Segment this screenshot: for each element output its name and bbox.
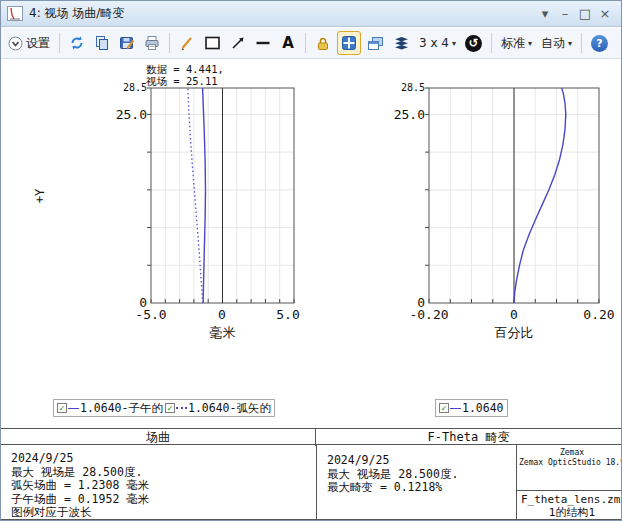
- table-body-row: 2024/9/25 最大 视场是 28.500度. 弧矢场曲 = 1.2308 …: [1, 445, 621, 520]
- draw-rectangle-button[interactable]: [201, 31, 224, 55]
- help-button[interactable]: ?: [588, 31, 611, 55]
- print-icon: [144, 35, 160, 51]
- chevron-down-icon: ▾: [452, 39, 456, 48]
- draw-text-button[interactable]: A: [277, 31, 299, 55]
- auto-dropdown[interactable]: 自动 ▾: [538, 31, 575, 55]
- tile-grid-icon: [341, 35, 357, 51]
- arrow-icon: [230, 35, 246, 51]
- cursor-readout: 数据 = 4.441, 视场 = 25.11: [146, 64, 224, 87]
- checkbox-wavelength[interactable]: ✓: [439, 403, 449, 413]
- brand-version: Zemax OpticStudio 18.9: [517, 458, 622, 468]
- results-table: 场曲 F-Theta 畸变 2024/9/25 最大 视场是 28.500度. …: [1, 428, 621, 520]
- legend-note-line: 图例对应于波长: [11, 506, 316, 520]
- readout-data: 数据 = 4.441,: [146, 64, 224, 76]
- chevron-down-circle-icon: [8, 36, 23, 51]
- standard-dropdown[interactable]: 标准 ▾: [498, 31, 535, 55]
- refresh-button[interactable]: [66, 31, 88, 55]
- header-field-curvature: 场曲: [1, 429, 316, 446]
- close-button[interactable]: ×: [595, 2, 615, 26]
- legend-item-wavelength: ✓ 1.0640: [439, 401, 504, 415]
- readout-field: 视场 = 25.11: [146, 76, 224, 88]
- date-line: 2024/9/25: [11, 452, 316, 466]
- branding-box: Zemax Zemax OpticStudio 18.9: [517, 445, 622, 491]
- sagittal-value-line: 弧矢场曲 = 1.2308 毫米: [11, 479, 316, 493]
- auto-label: 自动: [541, 35, 565, 52]
- window-title: 4: 视场 场曲/畸变: [29, 5, 535, 22]
- layers-button[interactable]: [390, 31, 413, 55]
- reset-button[interactable]: ↺: [462, 31, 485, 55]
- chevron-down-icon: ▾: [568, 39, 572, 48]
- chevron-down-icon: ▾: [528, 39, 532, 48]
- legend-item-tangential: ✓ 1.0640-子午的: [57, 401, 163, 416]
- print-button[interactable]: [141, 31, 163, 55]
- line-sample-dotted-icon: [176, 407, 187, 409]
- title-bar[interactable]: 4: 视场 场曲/畸变 ▾ – □ ×: [1, 1, 621, 27]
- left-xtick-0: 0: [196, 307, 248, 322]
- help-icon: ?: [591, 35, 608, 52]
- toolbar-separator: [581, 33, 582, 53]
- lens-file-name: F_theta_lens.zmx: [517, 493, 622, 506]
- toolbar-separator: [169, 33, 170, 53]
- maximize-button[interactable]: □: [575, 2, 595, 26]
- left-ytick-25: 25.0: [104, 107, 147, 122]
- chart-plot-1: [421, 80, 607, 311]
- right-ytick-25: 25.0: [382, 107, 425, 122]
- copy-icon: [94, 35, 110, 51]
- minimize-button[interactable]: –: [555, 2, 575, 26]
- max-field-line: 最大 视场是 28.500度.: [327, 468, 516, 482]
- toolbar-separator: [59, 33, 60, 53]
- right-ytick-max: 28.5: [391, 82, 425, 93]
- chart-plot-0: [143, 80, 302, 311]
- configuration-label: 1的结构1: [517, 506, 622, 519]
- window-icon: [7, 6, 23, 21]
- toolbar: 设置: [1, 28, 621, 59]
- reset-icon: ↺: [465, 35, 482, 52]
- rectangle-icon: [204, 35, 221, 51]
- legend-distortion: ✓ 1.0640: [435, 399, 508, 417]
- line-icon: [255, 35, 271, 51]
- layout-dropdown[interactable]: 3 x 4 ▾: [416, 31, 459, 55]
- line-sample-solid-icon: [68, 408, 79, 409]
- save-button[interactable]: [116, 31, 138, 55]
- legend-item-sagittal: ✓ 1.0640-弧矢的: [165, 401, 271, 416]
- cascade-windows-icon: [367, 36, 384, 51]
- right-xaxis-title: 百分比: [429, 324, 599, 342]
- left-yaxis-title: +Y: [33, 189, 47, 203]
- checkbox-sagittal[interactable]: ✓: [165, 403, 175, 413]
- tangential-value-line: 子午场曲 = 0.1952 毫米: [11, 493, 316, 507]
- save-icon: [119, 35, 135, 51]
- cascade-windows-button[interactable]: [364, 31, 387, 55]
- left-xtick-max: 5.0: [262, 307, 314, 322]
- pencil-icon: [179, 35, 195, 51]
- branding-column: Zemax Zemax OpticStudio 18.9 F_theta_len…: [516, 445, 622, 520]
- draw-pencil-button[interactable]: [176, 31, 198, 55]
- right-xtick-0: 0: [488, 307, 540, 322]
- layers-icon: [393, 35, 410, 51]
- line-sample-solid-icon: [450, 408, 461, 409]
- right-xtick-min: -0.20: [403, 307, 455, 322]
- max-field-line: 最大 视场是 28.500度.: [11, 466, 316, 480]
- tile-windows-button[interactable]: [337, 31, 361, 55]
- left-xtick-min: -5.0: [125, 307, 177, 322]
- left-xaxis-title: 毫米: [151, 324, 294, 342]
- settings-button[interactable]: 设置: [5, 31, 53, 55]
- header-ftheta-distortion: F-Theta 畸变: [316, 429, 621, 446]
- toolbar-separator: [491, 33, 492, 53]
- date-line: 2024/9/25: [327, 454, 516, 468]
- file-info-box: F_theta_lens.zmx 1的结构1: [517, 491, 622, 520]
- draw-arrow-button[interactable]: [227, 31, 249, 55]
- draw-line-button[interactable]: [252, 31, 274, 55]
- checkbox-tangential[interactable]: ✓: [57, 403, 67, 413]
- field-curvature-summary: 2024/9/25 最大 视场是 28.500度. 弧矢场曲 = 1.2308 …: [1, 445, 316, 520]
- toolbar-separator: [305, 33, 306, 53]
- app-window: 4: 视场 场曲/畸变 ▾ – □ × 设置: [0, 0, 622, 521]
- right-xtick-max: 0.20: [573, 307, 622, 322]
- layout-label: 3 x 4: [419, 36, 449, 50]
- brand-name: Zemax: [517, 448, 622, 458]
- settings-label: 设置: [26, 35, 50, 52]
- lock-button[interactable]: [312, 31, 334, 55]
- window-menu-button[interactable]: ▾: [535, 2, 555, 26]
- standard-label: 标准: [501, 35, 525, 52]
- legend-label: 1.0640-弧矢的: [188, 401, 271, 416]
- copy-button[interactable]: [91, 31, 113, 55]
